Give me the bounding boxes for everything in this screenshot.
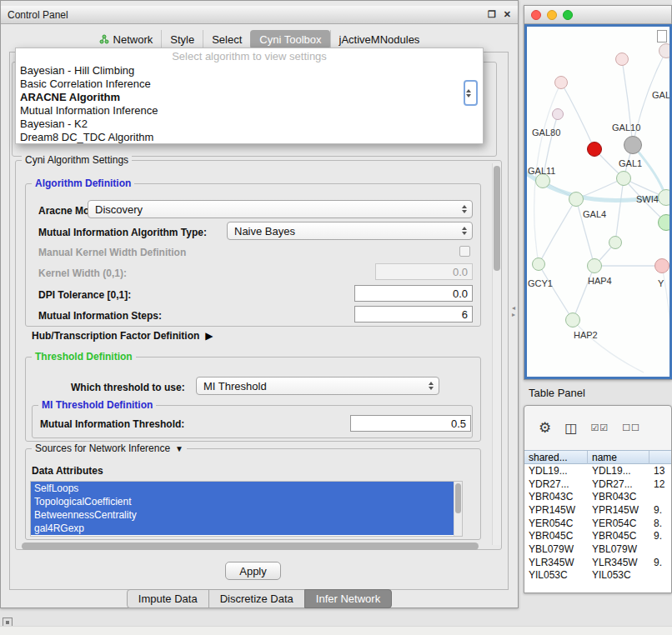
apply-button[interactable]: Apply [225,562,281,580]
graph-node[interactable] [609,236,622,249]
combo-stepper-icon [429,382,434,390]
zoom-traffic-light[interactable] [563,10,573,20]
graph-node-gal10-selected[interactable] [587,142,602,157]
float-icon[interactable]: ❐ [488,9,496,20]
panel-splitter[interactable]: ◂ ▸ [512,305,515,318]
hub-definition-section[interactable]: Hub/Transcription Factor Definition ▶ [32,330,213,342]
cell-extra: 12 [649,478,671,490]
graph-node-gray[interactable] [624,136,642,154]
dropdown-item[interactable]: Dream8 DC_TDC Algorithm [16,131,483,144]
close-icon[interactable]: ✕ [504,9,511,20]
dropdown-prompt: Select algorithm to view settings [16,48,483,64]
network-navigator-box[interactable] [657,30,667,42]
dropdown-item[interactable]: Bayesian - K2 [16,118,483,131]
sources-group-title-row[interactable]: Sources for Network Inference ▼ [32,442,187,454]
attribute-list: SelfLoops TopologicalCoefficient Between… [30,481,463,537]
cell-name: YPR145W [588,504,649,516]
graph-node-gal[interactable] [659,43,672,58]
algorithm-combobox-fragment[interactable] [464,80,478,106]
table-row[interactable]: YBR045CYBR045C9. [524,529,671,542]
graph-node-gcy1[interactable] [532,258,545,271]
tab-infer-network[interactable]: Infer Network [304,589,392,608]
mi-steps-field[interactable] [354,306,473,322]
splitter-right-icon[interactable]: ▸ [512,312,515,318]
graph-node-bright-green[interactable] [658,214,672,231]
hub-expand-icon[interactable]: ▶ [205,330,213,342]
graph-node-hap2[interactable] [565,312,580,328]
dropdown-item[interactable]: Basic Correlation Inference [16,78,483,91]
cell-shared: YIL053C [524,569,588,581]
table-row[interactable]: YPR145WYPR145W9. [524,503,671,517]
graph-node-swi4[interactable] [658,189,672,206]
manual-kernel-checkbox[interactable] [459,246,470,257]
table-row[interactable]: YIL053CYIL053C [524,569,671,582]
tab-network[interactable]: Network [91,30,162,49]
close-traffic-light[interactable] [531,10,541,20]
sources-group-title: Sources for Network Inference [35,442,170,454]
mi-threshold-field[interactable] [350,415,471,432]
graph-node-pink[interactable] [654,258,669,273]
attribute-item-selected[interactable]: SelfLoops [31,482,454,495]
tab-select[interactable]: Select [203,30,250,49]
gear-icon[interactable]: ⚙ [539,419,551,437]
graph-node-gal4[interactable] [569,192,584,207]
cell-extra: 13 [649,465,671,477]
minimize-traffic-light[interactable] [547,10,557,20]
cell-shared: YPR145W [524,504,588,516]
cell-shared: YDR27... [524,478,588,490]
column-header-name[interactable]: name [588,451,649,464]
aracne-mode-combobox[interactable]: Discovery [88,200,473,218]
attribute-item-selected[interactable]: gal4RGexp [31,522,454,535]
network-window-titlebar[interactable] [524,6,671,24]
graph-node[interactable] [615,52,629,66]
tab-jactivemnodules[interactable]: jActiveMNodules [330,30,429,49]
kernel-width-field[interactable] [375,263,473,280]
table-body: YDL19...YDL19...13 YDR27...YDR27...12 YB… [524,464,671,592]
network-canvas[interactable]: GAL80 GAL10 GAL11 GAL1 SWI4 GAL4 GCY1 HA… [524,24,672,379]
graph-node-gal1[interactable] [616,171,631,186]
deselect-all-icon[interactable]: ☐☐ [622,422,640,433]
columns-icon[interactable]: ◫ [564,420,577,436]
table-row[interactable]: YER054CYER054C8. [524,517,671,530]
cell-name: YBR043C [588,491,649,502]
settings-hscrollbar-thumb[interactable] [22,542,479,550]
tab-cyni-toolbox[interactable]: Cyni Toolbox [250,30,329,49]
select-all-icon[interactable]: ☑☑ [590,422,609,433]
network-icon [99,34,109,44]
node-label: HAP4 [588,276,612,286]
table-row[interactable]: YBR043CYBR043C [524,490,671,503]
dropdown-item-selected[interactable]: ARACNE Algorithm [16,91,483,104]
table-row[interactable]: YDR27...YDR27...12 [524,478,671,491]
which-threshold-combobox[interactable]: MI Threshold [196,377,439,395]
table-row[interactable]: YDL19...YDL19...13 [524,464,671,478]
node-label: GAL [652,90,670,100]
sources-collapse-icon[interactable]: ▼ [175,444,183,453]
tab-impute-data[interactable]: Impute Data [127,589,209,608]
settings-scrollbar-thumb[interactable] [494,166,500,271]
column-header-shared[interactable]: shared... [524,451,588,464]
settings-group-title: Cyni Algorithm Settings [22,154,132,166]
tab-discretize-data[interactable]: Discretize Data [208,589,305,608]
graph-node[interactable] [554,76,568,89]
combo-stepper-icon [462,227,467,235]
tab-style[interactable]: Style [161,30,203,49]
data-attributes-label: Data Attributes [32,465,103,477]
dropdown-item[interactable]: Mutual Information Inference [16,104,483,118]
attribute-list-scrollbar-thumb[interactable] [455,483,461,513]
graph-node-hap4[interactable] [587,258,602,273]
graph-node-gal80[interactable] [552,108,564,120]
dpi-tolerance-field[interactable] [354,285,473,302]
column-header-extra[interactable] [649,451,671,464]
control-panel-titlebar[interactable]: Control Panel ❐ ✕ [1,6,518,24]
attribute-item-selected[interactable]: BetweennessCentrality [31,508,454,522]
aracne-mode-value: Discovery [95,203,143,216]
mi-type-combobox[interactable]: Naive Bayes [227,222,473,240]
cell-shared: YBR045C [524,530,588,542]
dpi-tolerance-label: DPI Tolerance [0,1]: [38,289,131,301]
node-label: GAL80 [532,128,560,138]
tab-label: jActiveMNodules [339,33,420,46]
dropdown-item[interactable]: Bayesian - Hill Climbing [16,64,483,78]
table-row[interactable]: YLR345WYLR345W9. [524,556,671,569]
table-row[interactable]: YBL079WYBL079W [524,542,671,556]
attribute-item-selected[interactable]: TopologicalCoefficient [31,495,454,508]
